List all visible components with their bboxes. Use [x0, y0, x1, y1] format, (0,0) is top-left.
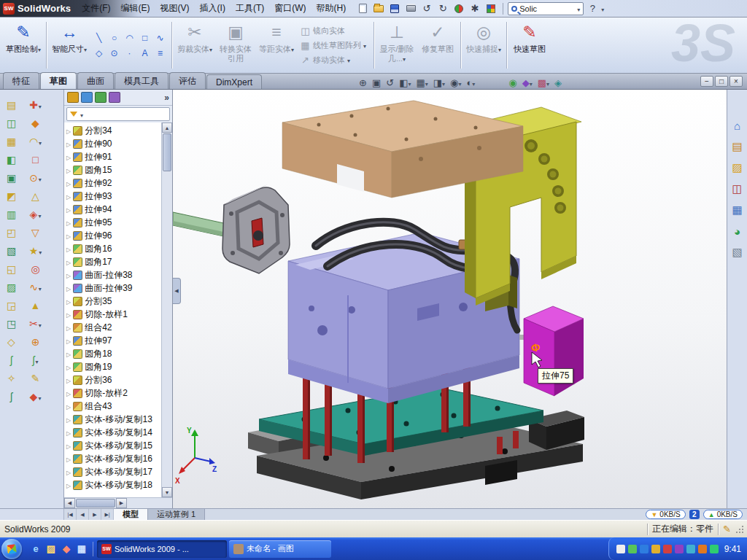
- taskbar-task[interactable]: SWSolidWorks 2009 - ...: [97, 540, 227, 558]
- camera-button[interactable]: ◈: [552, 77, 564, 89]
- view-settings-button[interactable]: ▩: [535, 77, 551, 89]
- save-button[interactable]: [387, 1, 402, 15]
- tree-item[interactable]: 组合43: [64, 400, 161, 413]
- appearances-button[interactable]: ◕: [729, 223, 746, 239]
- tree-item[interactable]: 实体-移动/复制14: [64, 426, 161, 439]
- restore-button[interactable]: □: [715, 76, 728, 87]
- left-tool2-button-4[interactable]: ⊙: [26, 170, 45, 186]
- print-button[interactable]: [403, 1, 418, 15]
- ribbon-button-等距实体[interactable]: ≡等距实体: [256, 20, 297, 71]
- tree-item[interactable]: 切除-放样2: [64, 386, 161, 400]
- tray-icon-2[interactable]: [640, 545, 649, 553]
- expand-arrow-icon[interactable]: [66, 440, 71, 451]
- search-results-button[interactable]: ◫: [729, 181, 746, 197]
- expand-arrow-icon[interactable]: [66, 414, 71, 424]
- hide-show-button[interactable]: ◉: [448, 77, 463, 89]
- tree-item[interactable]: 实体-移动/复制17: [64, 465, 161, 478]
- tab-特征[interactable]: 特征: [3, 72, 39, 89]
- menu-帮助[interactable]: 帮助(H): [311, 0, 352, 17]
- line-button[interactable]: ╲: [92, 31, 106, 44]
- search-input[interactable]: Solic: [519, 4, 537, 13]
- left-tool-button-8[interactable]: ▧: [1, 243, 21, 259]
- expand-arrow-icon[interactable]: [66, 283, 71, 293]
- tree-item[interactable]: 圆角16: [64, 242, 161, 255]
- ribbon-button-镜向实体[interactable]: ◫镜向实体: [298, 25, 370, 37]
- ribbon-button-智能尺寸[interactable]: ↔智能尺寸: [49, 20, 90, 71]
- tab-评估[interactable]: 评估: [169, 72, 206, 89]
- open-button[interactable]: [371, 1, 386, 15]
- redo-button[interactable]: [436, 1, 450, 15]
- ribbon-button-快速草图[interactable]: ✎快速草图: [509, 20, 550, 71]
- expand-arrow-icon[interactable]: [66, 335, 71, 346]
- tree-item[interactable]: 切除-放样1: [64, 308, 161, 321]
- tab-DimXpert[interactable]: DimXpert: [206, 74, 262, 89]
- left-tool2-button-3[interactable]: □: [26, 152, 45, 168]
- expand-arrow-icon[interactable]: [66, 388, 71, 398]
- left-tool-button-11[interactable]: ◲: [1, 298, 21, 314]
- expand-arrow-icon[interactable]: [66, 480, 71, 490]
- folder-button[interactable]: ▨: [44, 542, 58, 556]
- expand-arrow-icon[interactable]: [66, 204, 71, 214]
- model-view[interactable]: Φ: [173, 90, 727, 508]
- tray-icon-8[interactable]: [710, 545, 719, 553]
- dropdown-caret-icon[interactable]: [80, 109, 83, 120]
- expand-arrow-icon[interactable]: [66, 467, 71, 477]
- left-tool-button-9[interactable]: ◱: [1, 261, 21, 277]
- left-tool-button-10[interactable]: ▨: [1, 279, 21, 295]
- expand-arrow-icon[interactable]: [66, 322, 71, 332]
- menu-插入[interactable]: 插入(I): [195, 0, 231, 17]
- left-tool2-button-5[interactable]: △: [26, 188, 45, 204]
- dimxpertmanager-tab-icon[interactable]: [109, 92, 120, 103]
- scroll-down-icon[interactable]: ▼: [162, 487, 172, 497]
- left-tool-button-14[interactable]: ʃ: [1, 352, 21, 368]
- ribbon-button-快速捕捉[interactable]: ◎快速捕捉: [463, 20, 504, 71]
- section-view-button[interactable]: ◧: [397, 77, 413, 89]
- left-tool2-button-8[interactable]: ★: [26, 243, 45, 259]
- expand-arrow-icon[interactable]: [66, 230, 71, 241]
- left-tool-button-1[interactable]: ◫: [1, 115, 21, 131]
- tray-icon-6[interactable]: [686, 545, 695, 553]
- expand-arrow-icon[interactable]: [66, 454, 71, 464]
- featuremanager-tab-icon[interactable]: [67, 92, 79, 103]
- expand-arrow-icon[interactable]: [66, 257, 71, 267]
- doc-nav-button-0[interactable]: |◀: [64, 509, 77, 520]
- left-tool-button-0[interactable]: ▤: [1, 97, 21, 113]
- tree-item[interactable]: 拉伸91: [64, 150, 161, 163]
- rebuild-button[interactable]: [452, 1, 466, 15]
- tree-item[interactable]: 分割34: [64, 124, 161, 137]
- left-tool2-button-14[interactable]: ʃ: [26, 352, 45, 368]
- tree-item[interactable]: 实体-移动/复制16: [64, 452, 161, 465]
- menu-文件[interactable]: 文件(F): [77, 0, 115, 17]
- left-tool2-button-10[interactable]: ∿: [26, 279, 45, 295]
- taskbar-clock[interactable]: 9:41: [721, 544, 741, 554]
- graphics-viewport[interactable]: Φ: [173, 90, 727, 508]
- slot-button[interactable]: ⊙: [107, 46, 121, 60]
- tab-曲面[interactable]: 曲面: [77, 72, 114, 89]
- menu-窗口[interactable]: 窗口(W): [269, 0, 311, 17]
- dropdown-caret-icon[interactable]: [577, 4, 580, 13]
- zoom-fit-button[interactable]: ⊕: [357, 77, 369, 89]
- ribbon-button-线性草图阵列[interactable]: ▦线性草图阵列: [298, 39, 370, 52]
- edit-appearance-button[interactable]: ◉: [506, 77, 519, 89]
- ribbon-button-剪裁实体[interactable]: ✂剪裁实体: [174, 20, 215, 71]
- left-tool-button-12[interactable]: ◳: [1, 316, 21, 332]
- left-tool2-button-12[interactable]: ✂: [26, 316, 45, 332]
- left-tool-button-7[interactable]: ◰: [1, 225, 21, 241]
- ribbon-button-移动实体[interactable]: ↗移动实体: [298, 54, 370, 66]
- left-tool2-button-11[interactable]: ▲: [26, 298, 45, 314]
- show-desktop-button[interactable]: ▦: [75, 542, 88, 556]
- propertymanager-tab-icon[interactable]: [81, 92, 93, 103]
- expand-arrow-icon[interactable]: [66, 270, 71, 280]
- tab-草图[interactable]: 草图: [40, 72, 77, 89]
- tree-item[interactable]: 实体-移动/复制13: [64, 413, 161, 426]
- expand-arrow-icon[interactable]: [66, 244, 71, 254]
- options-button[interactable]: [468, 1, 482, 15]
- design-library-button[interactable]: ▤: [729, 139, 746, 155]
- tray-icon-7[interactable]: [698, 545, 707, 553]
- left-tool-button-13[interactable]: ◇: [1, 334, 21, 350]
- view-orientation-button[interactable]: ▦: [414, 77, 430, 89]
- rectangle-button[interactable]: □: [138, 31, 152, 44]
- scrollbar-thumb[interactable]: [163, 133, 171, 171]
- tree-filter-bar[interactable]: [66, 107, 170, 121]
- circle-button[interactable]: ○: [107, 31, 121, 44]
